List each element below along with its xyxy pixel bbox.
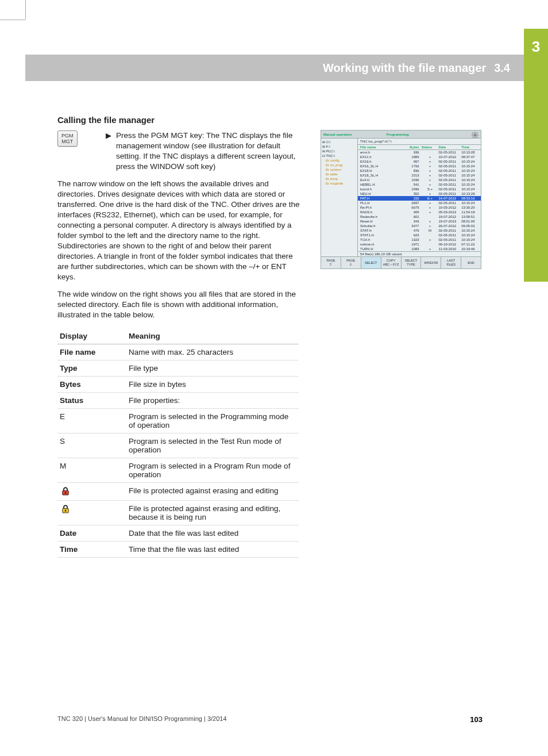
tnc-drive: ⊞ C:\	[322, 140, 356, 144]
page-footer: TNC 320 | User's Manual for DIN/ISO Prog…	[57, 715, 483, 724]
lock-red-icon	[57, 483, 126, 501]
svg-line-12	[473, 137, 474, 138]
intro-bullet-text: Press the PGM MGT key: The TNC displays …	[116, 131, 307, 172]
tnc-softkey-bar: PAGE⇧PAGE⇩SELECTCOPYABC→XYZSELECTTYPEWIN…	[321, 256, 481, 268]
tnc-file-cell: 02-05-2011	[438, 187, 461, 191]
tnc-file-cell: 10:15:24	[461, 173, 478, 178]
tnc-file-cell: 10:15:24	[461, 237, 478, 242]
tnc-file-cell: 08:51:09	[461, 219, 478, 224]
tnc-file-cell: turbine.H	[360, 242, 402, 247]
tnc-file-cell: 1513	[402, 173, 422, 178]
tnc-softkey: SELECT	[361, 257, 381, 268]
table-row: SProgram is selected in the Test Run mod…	[57, 433, 299, 458]
tnc-file-cell: 352	[402, 191, 422, 196]
keycap-line1: PGM	[61, 133, 74, 139]
tnc-file-cell: NEU.H	[360, 191, 402, 196]
table-cell-meaning: Time that the file was last edited	[126, 542, 299, 558]
tnc-file-cell: 11:54:18	[461, 210, 478, 214]
tnc-file-cell: +	[422, 191, 439, 196]
tnc-file-cell: +	[422, 247, 439, 251]
tnc-file-cell	[422, 214, 439, 219]
tnc-drive-tree: ⊞ C:\⊞ F:\⊞ PLC:\⊟ TNC:\🗀 config🗀 nc_pro…	[321, 139, 358, 256]
tnc-file-cell: error.h	[360, 150, 402, 155]
tnc-softkey: PAGE⇧	[321, 257, 341, 268]
tnc-file-cell: 19-07-2012	[438, 214, 461, 219]
tnc-file-cell: 1792	[402, 164, 422, 168]
tnc-mode-left: Manual operation	[321, 133, 352, 136]
table-cell-meaning: Program is selected in the Programming m…	[126, 409, 299, 433]
chapter-number: 3	[524, 29, 548, 56]
tnc-file-cell: 10:15:24	[461, 182, 478, 187]
tnc-file-row: EX16_SL.H1792+02-05-201110:15:24	[358, 164, 481, 168]
tnc-file-cell	[422, 233, 439, 237]
table-cell-display: Time	[57, 542, 126, 558]
tnc-column: Status	[422, 145, 439, 149]
tnc-file-cell: 10:15:24	[461, 178, 478, 182]
tnc-file-cell: S +	[422, 187, 439, 191]
table-row: TypeFile type	[57, 360, 299, 377]
tnc-column-headers: File nameBytesStatusDateTime	[358, 145, 481, 150]
tnc-file-cell: +	[422, 205, 439, 210]
tnc-file-cell: 10-05-2012	[438, 205, 461, 210]
table-row: StatusFile properties:	[57, 393, 299, 409]
tnc-file-row: RAD6.h405+05-03-201311:54:18	[358, 210, 481, 214]
table-cell-meaning: Name with max. 25 characters	[126, 344, 299, 360]
tnc-file-cell: 10-07-2012	[438, 155, 461, 159]
tnc-file-cell: EX18.H	[360, 168, 402, 173]
tnc-file-cell: 10:15:24	[461, 228, 478, 233]
svg-point-4	[474, 134, 477, 137]
tnc-file-cell: +	[422, 224, 439, 228]
tnc-file-cell: 02-05-2011	[438, 164, 461, 168]
tnc-file-cell: 1596	[402, 187, 422, 191]
tnc-file-cell: 343	[402, 219, 422, 224]
tnc-file-row: EX18.H836+02-05-201110:15:24	[358, 168, 481, 173]
header-section: 3.4	[494, 62, 510, 75]
table-cell-meaning: File size in bytes	[126, 377, 299, 393]
tnc-file-cell: +	[422, 182, 439, 187]
table-cell-meaning: Date that the file was last edited	[126, 525, 299, 542]
tnc-softkey: END	[461, 257, 481, 268]
tnc-file-row: HEBEL.H541+02-05-201110:15:24	[358, 182, 481, 187]
table-row: MProgram is selected in a Program Run mo…	[57, 458, 299, 483]
bullet-arrow: ▶	[106, 131, 111, 172]
tnc-column: Date	[438, 145, 461, 149]
table-cell-display: E	[57, 409, 126, 433]
page-header: Working with the file manager 3.4	[25, 55, 524, 81]
tnc-file-cell: 1323	[402, 237, 422, 242]
tnc-file-cell: +	[422, 201, 439, 205]
tnc-file-cell: Schulter.h	[360, 224, 402, 228]
tnc-file-cell: 11-03-2010	[438, 247, 461, 251]
tnc-file-cell: 14-07-2012	[438, 196, 461, 201]
tnc-file-cell: M	[422, 228, 439, 233]
footer-text: TNC 320 | User's Manual for DIN/ISO Prog…	[57, 715, 227, 724]
tnc-file-cell: 1036	[402, 178, 422, 182]
tnc-file-cell: 10:15:24	[461, 187, 478, 191]
tnc-file-cell: +	[422, 155, 439, 159]
tnc-column: Time	[461, 145, 478, 149]
tnc-file-row: EX18_SL.H1513+02-05-201110:15:24	[358, 173, 481, 178]
tnc-file-cell: koord.h	[360, 187, 402, 191]
table-cell-meaning: Program is selected in the Test Run mode…	[126, 433, 299, 458]
tnc-file-cell: 26-07-2012	[438, 224, 461, 228]
tnc-file-cell: +	[422, 164, 439, 168]
table-cell-meaning: File properties:	[126, 393, 299, 409]
tnc-file-cell: 1083	[402, 247, 422, 251]
tnc-softkey: WINDOW	[421, 257, 441, 268]
tnc-file-cell: 02-05-2011	[438, 173, 461, 178]
tnc-file-cell: RAD6.h	[360, 210, 402, 214]
tnc-file-cell: 6675	[402, 205, 422, 210]
tnc-mode-right: Programming	[352, 133, 409, 136]
tnc-softkey: PAGE⇩	[341, 257, 361, 268]
tnc-file-cell: 02-05-2011	[438, 191, 461, 196]
tnc-file-cell: +	[422, 237, 439, 242]
table-row: BytesFile size in bytes	[57, 377, 299, 393]
tnc-folder: 🗀 nc_prog	[322, 163, 356, 167]
tnc-file-cell: +	[422, 219, 439, 224]
tnc-file-cell: +	[422, 173, 439, 178]
table-cell-display: Bytes	[57, 377, 126, 393]
crop-mark-horizontal	[0, 20, 25, 20]
tnc-file-row: Schulter.h3477+26-07-201209:05:02	[358, 224, 481, 228]
tnc-file-cell: 02-05-2011	[438, 150, 461, 155]
tnc-file-cell: +	[422, 159, 439, 164]
table-cell-meaning: File is protected against erasing and ed…	[126, 483, 299, 501]
